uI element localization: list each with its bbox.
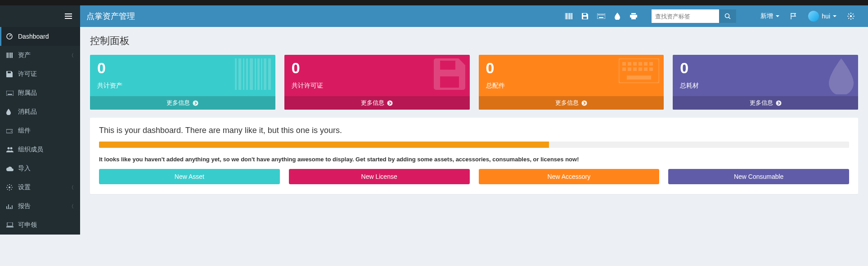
stat-more-link[interactable]: 更多信息 xyxy=(673,96,858,110)
svg-rect-2 xyxy=(599,14,600,15)
arrow-circle-right-icon xyxy=(387,100,393,106)
search-input[interactable] xyxy=(652,9,719,23)
arrow-circle-right-icon xyxy=(193,100,198,106)
new-accessory-button[interactable]: New Accessory xyxy=(479,169,660,184)
stat-more-link[interactable]: 更多信息 xyxy=(479,96,664,110)
stat-card-teal: 0共计资产更多信息 xyxy=(90,55,275,110)
svg-point-17 xyxy=(10,147,13,150)
svg-rect-0 xyxy=(597,13,605,19)
sidebar-item-barcode[interactable]: 资产〈 xyxy=(0,46,80,65)
stat-more-link[interactable]: 更多信息 xyxy=(284,96,470,110)
user-menu[interactable]: hui xyxy=(802,5,843,27)
dashboard-icon xyxy=(6,33,13,40)
barcode-icon xyxy=(6,52,13,58)
create-new-dropdown[interactable]: 新增 xyxy=(754,5,786,27)
header-keyboard-icon[interactable] xyxy=(593,5,609,27)
sidebar-item-chart[interactable]: 报告〈 xyxy=(0,197,80,216)
sidebar-item-tint[interactable]: 消耗品 xyxy=(0,102,80,121)
menu-toggle-icon[interactable] xyxy=(65,13,72,19)
sidebar-item-cloud[interactable]: 导入 xyxy=(0,159,80,178)
tint-icon xyxy=(6,109,13,115)
sidebar-item-dashboard[interactable]: Dashboard xyxy=(0,27,80,46)
sidebar-header xyxy=(0,5,80,27)
svg-point-22 xyxy=(387,100,393,106)
svg-point-38 xyxy=(776,100,781,106)
header-gears-icon[interactable] xyxy=(843,5,859,27)
sidebar-item-label: 导入 xyxy=(18,164,31,173)
svg-rect-20 xyxy=(6,226,13,227)
stat-card-pink: 0共计许可证更多信息 xyxy=(284,55,470,110)
stat-label: 总配件 xyxy=(486,82,657,90)
sidebar-item-label: 设置 xyxy=(18,183,31,191)
stat-value: 0 xyxy=(680,60,851,75)
svg-point-21 xyxy=(193,100,198,106)
stat-card-purple: 0总耗材更多信息 xyxy=(673,55,858,110)
progress-fill xyxy=(99,142,549,148)
stat-label: 共计许可证 xyxy=(292,82,463,90)
sidebar-item-label: 附属品 xyxy=(18,89,37,97)
stat-value: 0 xyxy=(292,60,463,75)
sidebar-item-label: 消耗品 xyxy=(18,108,37,116)
dashboard-empty-message: It looks like you haven't added anything… xyxy=(99,156,849,163)
save-icon xyxy=(6,71,13,77)
sidebar-item-hdd[interactable]: 组件 xyxy=(0,121,80,140)
sidebar-item-users[interactable]: 组织成员 xyxy=(0,140,80,159)
svg-point-9 xyxy=(850,15,852,17)
chevron-left-icon: 〈 xyxy=(69,203,74,210)
caret-down-icon xyxy=(833,15,837,17)
svg-rect-3 xyxy=(601,14,602,15)
sidebar-item-label: 报告 xyxy=(18,202,31,210)
stat-value: 0 xyxy=(486,60,657,75)
stat-label: 总耗材 xyxy=(680,82,851,90)
chart-icon xyxy=(6,204,13,209)
app-title: 点掌资产管理 xyxy=(80,5,135,27)
svg-point-15 xyxy=(11,131,12,132)
sidebar: Dashboard资产〈许可证附属品消耗品组件组织成员导入设置〈报告〈可申领 xyxy=(0,27,80,235)
browser-bookmark-strip xyxy=(0,0,868,5)
sidebar-item-keyboard[interactable]: 附属品 xyxy=(0,84,80,102)
dashboard-panel: This is your dashboard. There are many l… xyxy=(90,118,858,194)
svg-rect-5 xyxy=(603,14,604,15)
chevron-left-icon: 〈 xyxy=(69,52,74,59)
svg-rect-12 xyxy=(6,91,13,96)
svg-line-11 xyxy=(9,35,11,36)
sidebar-item-save[interactable]: 许可证 xyxy=(0,65,80,84)
header-tint-icon[interactable] xyxy=(609,5,625,27)
svg-rect-19 xyxy=(7,222,13,226)
sidebar-item-label: Dashboard xyxy=(18,33,49,40)
stat-card-orange: 0总配件更多信息 xyxy=(479,55,664,110)
arrow-circle-right-icon xyxy=(776,100,782,106)
keyboard-icon xyxy=(6,91,13,96)
avatar xyxy=(808,11,819,22)
chevron-left-icon: 〈 xyxy=(69,184,74,191)
search-wrap xyxy=(652,9,736,23)
svg-point-37 xyxy=(581,100,587,106)
progress-bar xyxy=(99,142,849,148)
laptop-icon xyxy=(6,222,13,228)
sidebar-item-gear[interactable]: 设置〈 xyxy=(0,178,80,197)
header-barcode-icon[interactable] xyxy=(561,5,577,27)
caret-down-icon xyxy=(776,15,779,17)
new-consumable-button[interactable]: New Consumable xyxy=(668,169,849,184)
header-flag-icon[interactable] xyxy=(786,5,802,27)
page-title: 控制面板 xyxy=(90,34,858,48)
svg-rect-13 xyxy=(8,94,12,95)
sidebar-item-laptop[interactable]: 可申领 xyxy=(0,216,80,235)
gear-icon xyxy=(6,184,13,191)
new-asset-button[interactable]: New Asset xyxy=(99,169,280,184)
hdd-icon xyxy=(6,128,13,133)
users-icon xyxy=(6,147,13,152)
header-print-icon[interactable] xyxy=(625,5,642,27)
sidebar-item-label: 组件 xyxy=(18,127,31,135)
stat-more-link[interactable]: 更多信息 xyxy=(90,96,275,110)
svg-rect-1 xyxy=(598,14,599,15)
svg-rect-4 xyxy=(602,14,603,15)
search-button[interactable] xyxy=(719,9,736,23)
sidebar-item-label: 许可证 xyxy=(18,70,37,78)
svg-rect-6 xyxy=(599,17,603,18)
new-license-button[interactable]: New License xyxy=(289,169,470,184)
arrow-circle-right-icon xyxy=(581,100,587,106)
sidebar-item-label: 组织成员 xyxy=(18,146,43,154)
header-save-icon[interactable] xyxy=(577,5,593,27)
sidebar-item-label: 资产 xyxy=(18,51,31,59)
